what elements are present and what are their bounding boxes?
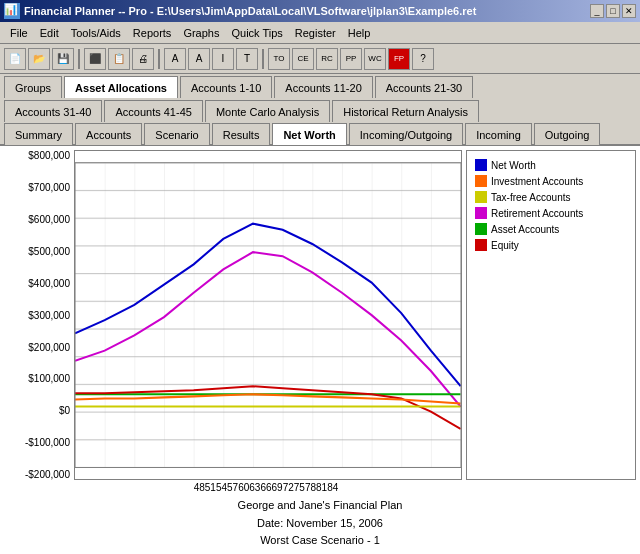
title-bar: 📊 Financial Planner -- Pro - E:\Users\Ji… — [0, 0, 640, 22]
chart-legend: Net Worth Investment Accounts Tax-free A… — [466, 150, 636, 480]
nav-row-2: Accounts 31-40 Accounts 41-45 Monte Carl… — [0, 98, 640, 122]
x-label-78: 78 — [305, 482, 316, 493]
tool-4[interactable]: A — [164, 48, 186, 70]
y-label-100k: $100,000 — [28, 373, 70, 384]
legend-color-net-worth — [475, 159, 487, 171]
tab-monte-carlo[interactable]: Monte Carlo Analysis — [205, 100, 330, 122]
tab-incoming-outgoing[interactable]: Incoming/Outgoing — [349, 123, 463, 145]
tool-12[interactable]: WC — [364, 48, 386, 70]
x-axis: 48 51 54 57 60 63 66 69 72 75 78 81 84 — [124, 480, 517, 493]
legend-label-net-worth: Net Worth — [491, 160, 536, 171]
menu-help[interactable]: Help — [342, 25, 377, 41]
menu-edit[interactable]: Edit — [34, 25, 65, 41]
tab-accounts[interactable]: Accounts — [75, 123, 142, 145]
tool-7[interactable]: T — [236, 48, 258, 70]
tab-asset-allocations[interactable]: Asset Allocations — [64, 76, 178, 98]
tool-open[interactable]: 📂 — [28, 48, 50, 70]
tab-accounts-41-45[interactable]: Accounts 41-45 — [104, 100, 202, 122]
tool-sep-3 — [262, 49, 264, 69]
tool-3[interactable]: 🖨 — [132, 48, 154, 70]
tab-scenario[interactable]: Scenario — [144, 123, 209, 145]
legend-label-investment: Investment Accounts — [491, 176, 583, 187]
legend-color-asset — [475, 223, 487, 235]
tool-10[interactable]: RC — [316, 48, 338, 70]
app-icon: 📊 — [4, 3, 20, 19]
menu-tools[interactable]: Tools/Aids — [65, 25, 127, 41]
legend-label-equity: Equity — [491, 240, 519, 251]
chart-area: $800,000 $700,000 $600,000 $500,000 $400… — [4, 150, 636, 550]
y-axis: $800,000 $700,000 $600,000 $500,000 $400… — [4, 150, 74, 480]
tab-summary[interactable]: Summary — [4, 123, 73, 145]
chart-svg — [75, 151, 461, 479]
tab-groups[interactable]: Groups — [4, 76, 62, 98]
x-label-69: 69 — [272, 482, 283, 493]
tool-5[interactable]: A — [188, 48, 210, 70]
tool-2[interactable]: 📋 — [108, 48, 130, 70]
tab-accounts-31-40[interactable]: Accounts 31-40 — [4, 100, 102, 122]
tool-9[interactable]: CE — [292, 48, 314, 70]
tool-8[interactable]: TO — [268, 48, 290, 70]
legend-color-taxfree — [475, 191, 487, 203]
footer-line3: Worst Case Scenario - 1 — [238, 532, 403, 550]
y-label-300k: $300,000 — [28, 310, 70, 321]
menu-graphs[interactable]: Graphs — [177, 25, 225, 41]
y-label-600k: $600,000 — [28, 214, 70, 225]
legend-equity: Equity — [475, 239, 627, 251]
x-label-81: 81 — [316, 482, 327, 493]
maximize-button[interactable]: □ — [606, 4, 620, 18]
tool-1[interactable]: ⬛ — [84, 48, 106, 70]
tool-save[interactable]: 💾 — [52, 48, 74, 70]
tab-net-worth[interactable]: Net Worth — [272, 123, 346, 145]
legend-color-retirement — [475, 207, 487, 219]
tab-incoming[interactable]: Incoming — [465, 123, 532, 145]
legend-label-retirement: Retirement Accounts — [491, 208, 583, 219]
window-controls[interactable]: _ □ ✕ — [590, 4, 636, 18]
tool-14[interactable]: ? — [412, 48, 434, 70]
tab-accounts-1-10[interactable]: Accounts 1-10 — [180, 76, 272, 98]
chart-svg-container — [74, 150, 462, 480]
footer-line1: George and Jane's Financial Plan — [238, 497, 403, 515]
tab-outgoing[interactable]: Outgoing — [534, 123, 601, 145]
tool-sep-1 — [78, 49, 80, 69]
legend-net-worth: Net Worth — [475, 159, 627, 171]
legend-taxfree: Tax-free Accounts — [475, 191, 627, 203]
legend-label-taxfree: Tax-free Accounts — [491, 192, 570, 203]
legend-color-investment — [475, 175, 487, 187]
y-label-neg200k: -$200,000 — [25, 469, 70, 480]
chart-container: $800,000 $700,000 $600,000 $500,000 $400… — [4, 150, 636, 480]
tool-11[interactable]: PP — [340, 48, 362, 70]
tab-historical-return[interactable]: Historical Return Analysis — [332, 100, 479, 122]
legend-color-equity — [475, 239, 487, 251]
tool-6[interactable]: I — [212, 48, 234, 70]
legend-label-asset: Asset Accounts — [491, 224, 559, 235]
y-label-400k: $400,000 — [28, 278, 70, 289]
legend-asset: Asset Accounts — [475, 223, 627, 235]
close-button[interactable]: ✕ — [622, 4, 636, 18]
tool-13[interactable]: FP — [388, 48, 410, 70]
tab-results[interactable]: Results — [212, 123, 271, 145]
minimize-button[interactable]: _ — [590, 4, 604, 18]
footer-line2: Date: November 15, 2006 — [238, 515, 403, 533]
legend-investment: Investment Accounts — [475, 175, 627, 187]
x-label-66: 66 — [260, 482, 271, 493]
menu-quicktips[interactable]: Quick Tips — [225, 25, 288, 41]
tool-new[interactable]: 📄 — [4, 48, 26, 70]
legend-retirement: Retirement Accounts — [475, 207, 627, 219]
x-label-57: 57 — [227, 482, 238, 493]
tab-row: Summary Accounts Scenario Results Net Wo… — [0, 122, 640, 146]
tab-accounts-21-30[interactable]: Accounts 21-30 — [375, 76, 473, 98]
window-title: Financial Planner -- Pro - E:\Users\Jim\… — [24, 5, 476, 17]
y-label-0: $0 — [59, 405, 70, 416]
chart-footer: George and Jane's Financial Plan Date: N… — [238, 497, 403, 550]
main-content: $800,000 $700,000 $600,000 $500,000 $400… — [0, 146, 640, 554]
y-label-700k: $700,000 — [28, 182, 70, 193]
tab-accounts-11-20[interactable]: Accounts 11-20 — [274, 76, 372, 98]
tool-sep-2 — [158, 49, 160, 69]
y-label-200k: $200,000 — [28, 342, 70, 353]
menu-reports[interactable]: Reports — [127, 25, 178, 41]
x-label-48: 48 — [194, 482, 205, 493]
menu-register[interactable]: Register — [289, 25, 342, 41]
y-label-500k: $500,000 — [28, 246, 70, 257]
menu-file[interactable]: File — [4, 25, 34, 41]
y-label-800k: $800,000 — [28, 150, 70, 161]
